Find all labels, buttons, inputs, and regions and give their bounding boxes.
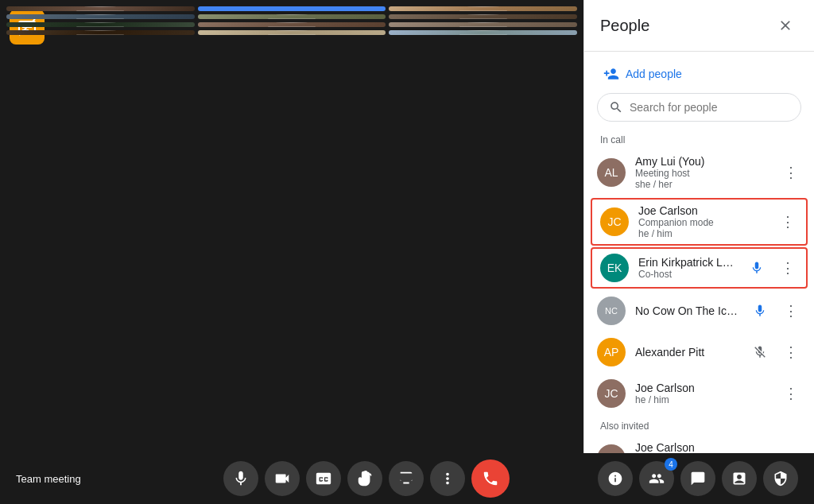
person-info-alexander-pitt: Alexander Pitt	[635, 346, 739, 359]
more-options-button[interactable]: ⋮	[781, 161, 801, 184]
person-item-erin-kirkpatrick: EK Erin Kirkpatrick Long nam... Co-host …	[591, 247, 808, 289]
avatar-joe-invited-1: JC	[597, 444, 626, 453]
video-tile-josh-jordan[interactable]: Josh Jordan	[389, 14, 577, 19]
avatar-erin-kirkpatrick: EK	[600, 254, 629, 282]
person-role: Meeting host she / her	[635, 168, 771, 190]
raise-hand-button[interactable]	[347, 461, 382, 496]
avatar-no-cow: NC	[597, 297, 626, 325]
chat-button[interactable]	[680, 461, 715, 496]
more-options-button[interactable]	[430, 461, 465, 496]
person-item-joe-carlson-2: JC Joe Carlson he / him ⋮	[584, 373, 814, 414]
video-tile-jaxon-wooley[interactable]: Jaxon Wooley	[6, 6, 195, 11]
person-info-erin-kirkpatrick: Erin Kirkpatrick Long nam... Co-host	[638, 256, 736, 280]
people-panel-title: People	[600, 17, 649, 35]
more-options-button[interactable]: ⋮	[781, 299, 801, 323]
person-item-joe-invited-1: JC Joe Carlson Optional SE-STO-KUN ⋮	[584, 435, 814, 453]
video-grid-wrapper: Jaxon Wooley Alexe Lim	[0, 0, 583, 453]
toolbar: Team meeting	[0, 453, 814, 504]
search-input[interactable]	[630, 101, 789, 114]
person-name: Joe Carlson	[638, 204, 768, 217]
people-button-wrapper: 4	[639, 461, 674, 496]
people-list: In call AL Amy Lui (You) Meeting host sh…	[584, 128, 814, 453]
video-grid: Jaxon Wooley Alexe Lim	[0, 0, 583, 41]
toolbar-right: 4	[598, 461, 798, 496]
video-tile-lani-lee[interactable]: Lani Lee	[389, 22, 577, 27]
person-item-amy-lui: AL Amy Lui (You) Meeting host she / her …	[584, 149, 814, 196]
avatar-alexander-pitt: AP	[597, 338, 626, 366]
add-people-label: Add people	[626, 68, 682, 80]
toolbar-left: Team meeting	[16, 473, 135, 485]
person-name: Amy Lui (You)	[635, 155, 771, 168]
end-call-button[interactable]	[471, 459, 510, 498]
speaking-icon	[749, 300, 771, 322]
more-options-button[interactable]: ⋮	[777, 256, 798, 280]
person-name: Joe Carlson	[635, 382, 771, 394]
search-box[interactable]	[597, 93, 801, 122]
person-info-no-cow: No Cow On The Ice (se-sto...	[635, 304, 739, 317]
person-item-no-cow: NC No Cow On The Ice (se-sto... ⋮	[584, 290, 814, 331]
add-people-button[interactable]: Add people	[597, 61, 688, 87]
search-icon	[609, 100, 623, 114]
avatar-amy-lui: AL	[597, 158, 626, 187]
info-button[interactable]	[598, 461, 633, 496]
video-tile-alexe-lim[interactable]: Alexe Lim	[198, 6, 386, 11]
video-tile-rosa-michaels[interactable]: Rosa Michaels	[6, 22, 195, 27]
person-role: Co-host	[638, 269, 736, 280]
close-panel-button[interactable]	[773, 13, 798, 38]
video-tile-joe-carlson[interactable]: Joe Carlson	[6, 14, 195, 19]
people-count-badge: 4	[665, 458, 677, 471]
video-tile-elizabeth-adams[interactable]: Elizabeth Adams	[198, 30, 386, 35]
person-name: Joe Carlson	[635, 441, 771, 453]
person-name: Erin Kirkpatrick Long nam...	[638, 256, 736, 269]
person-info-joe-carlson: Joe Carlson Companion mode he / him	[638, 204, 768, 239]
more-options-button[interactable]: ⋮	[781, 447, 801, 453]
person-role: he / him	[635, 394, 771, 405]
person-info-joe-carlson-2: Joe Carlson he / him	[635, 382, 771, 405]
more-options-button[interactable]: ⋮	[777, 210, 798, 234]
video-tile-nina-durr[interactable]: Nina Durr	[389, 6, 577, 11]
avatar-joe-carlson-2: JC	[597, 379, 626, 408]
people-panel-header: People	[584, 0, 814, 52]
toolbar-center	[223, 459, 510, 498]
camera-button[interactable]	[265, 461, 300, 496]
video-tile-you[interactable]: You	[389, 30, 577, 35]
person-info-amy-lui: Amy Lui (You) Meeting host she / her	[635, 155, 771, 190]
person-role: Companion mode he / him	[638, 217, 768, 239]
person-info-joe-invited-1: Joe Carlson Optional SE-STO-KUN	[635, 441, 771, 453]
more-options-button[interactable]: ⋮	[781, 382, 801, 405]
also-invited-section-label: Also invited	[584, 414, 814, 435]
person-name: Alexander Pitt	[635, 346, 739, 359]
safety-button[interactable]	[763, 461, 798, 496]
avatar-joe-carlson: JC	[600, 207, 629, 236]
person-item-joe-carlson-companion: JC Joe Carlson Companion mode he / him ⋮	[591, 198, 808, 246]
video-tile-jennie-kramer[interactable]: Jennie Kramer	[198, 22, 386, 27]
people-panel: People Add people In call AL Amy Lui (Yo…	[583, 0, 814, 453]
person-item-alexander-pitt: AP Alexander Pitt ⋮	[584, 331, 814, 373]
speaking-icon	[746, 257, 768, 279]
mic-button[interactable]	[223, 461, 258, 496]
in-call-section-label: In call	[584, 128, 814, 149]
present-button[interactable]	[389, 461, 424, 496]
person-name: No Cow On The Ice (se-sto...	[635, 304, 739, 317]
people-actions: Add people	[584, 52, 814, 93]
video-tile-hugo-novak[interactable]: Hugo Novak	[6, 30, 195, 35]
video-tile-mai-oneill[interactable]: Mai Oneill	[198, 14, 386, 19]
activities-button[interactable]	[722, 461, 757, 496]
muted-icon	[749, 341, 771, 363]
captions-button[interactable]	[306, 461, 341, 496]
more-options-button[interactable]: ⋮	[781, 340, 801, 364]
meeting-title: Team meeting	[16, 473, 81, 485]
